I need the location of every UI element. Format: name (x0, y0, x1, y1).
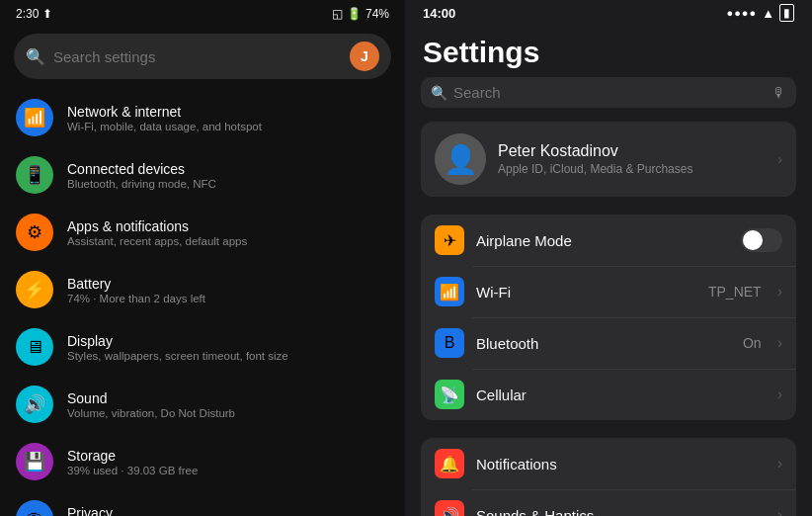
android-item-subtitle: Volume, vibration, Do Not Disturb (67, 407, 389, 419)
ios-profile-avatar: 👤 (435, 133, 486, 185)
ios-toggle[interactable] (741, 228, 782, 252)
ios-search-icon: 🔍 (431, 85, 447, 101)
android-item-title: Display (67, 333, 389, 349)
android-settings-list: 📶 Network & internet Wi-Fi, mobile, data… (0, 89, 405, 516)
android-item-title: Connected devices (67, 161, 389, 177)
ios-settings-row[interactable]: B Bluetooth On› (421, 317, 796, 369)
ios-chevron-icon: › (777, 455, 782, 473)
ios-wifi-icon: ▲ (762, 6, 774, 21)
android-upload-icon: ⬆ (42, 7, 52, 21)
android-item-icon: ⚙ (16, 214, 53, 251)
android-status-bar: 2:30 ⬆ ◱ 🔋 74% (0, 0, 405, 28)
android-settings-item[interactable]: 🖥 Display Styles, wallpapers, screen tim… (0, 318, 405, 376)
android-item-text: Battery 74% · More than 2 days left (67, 276, 389, 304)
android-item-text: Privacy Permissions, account activity, p… (67, 505, 389, 517)
android-settings-item[interactable]: ⚙ Apps & notifications Assistant, recent… (0, 204, 405, 261)
android-item-text: Connected devices Bluetooth, driving mod… (67, 161, 389, 190)
ios-search-input[interactable] (453, 84, 767, 101)
android-item-title: Storage (67, 448, 389, 464)
android-battery-icon: 🔋 (347, 7, 362, 21)
ios-group-notifications: 🔔 Notifications › 🔊 Sounds & Haptics › 🌙… (421, 438, 796, 516)
ios-battery-icon: ▮ (779, 4, 794, 22)
android-item-icon: 🖥 (16, 328, 53, 366)
android-screenshot-icon: ◱ (332, 7, 343, 21)
ios-row-icon: 🔊 (435, 500, 464, 516)
ios-profile-chevron: › (777, 151, 782, 167)
android-settings-item[interactable]: 📱 Connected devices Bluetooth, driving m… (0, 146, 405, 204)
ios-profile-row[interactable]: 👤 Peter Kostadinov Apple ID, iCloud, Med… (421, 122, 796, 197)
ios-settings-row[interactable]: ✈ Airplane Mode (421, 215, 796, 266)
ios-profile-name: Peter Kostadinov (498, 142, 692, 160)
ios-signal-icon: ●●●● (727, 7, 758, 19)
android-item-subtitle: 74% · More than 2 days left (67, 293, 389, 304)
ios-status-right: ●●●● ▲ ▮ (727, 4, 794, 22)
ios-row-icon: B (435, 328, 464, 358)
profile-avatar-icon: 👤 (444, 143, 478, 176)
ios-status-bar: 14:00 ●●●● ▲ ▮ (405, 0, 812, 26)
android-settings-item[interactable]: 📶 Network & internet Wi-Fi, mobile, data… (0, 89, 405, 146)
android-item-title: Battery (67, 276, 389, 292)
android-item-subtitle: Bluetooth, driving mode, NFC (67, 178, 389, 190)
android-item-text: Sound Volume, vibration, Do Not Disturb (67, 390, 389, 419)
ios-row-label: Bluetooth (476, 335, 731, 352)
android-settings-item[interactable]: 💾 Storage 39% used · 39.03 GB free (0, 433, 405, 490)
android-item-icon: 💾 (16, 443, 53, 480)
android-item-icon: 🔊 (16, 386, 53, 423)
ios-profile-subtitle: Apple ID, iCloud, Media & Purchases (498, 162, 692, 176)
ios-row-icon: 📡 (435, 380, 464, 409)
ios-search-bar-container[interactable]: 🔍 🎙 (421, 77, 796, 108)
android-battery-pct: 74% (365, 7, 389, 21)
ios-settings-panel: 14:00 ●●●● ▲ ▮ Settings 🔍 🎙 👤 Peter Kost… (405, 0, 812, 516)
ios-chevron-icon: › (777, 506, 782, 516)
ios-settings-row[interactable]: 📶 Wi-Fi TP_NET› (421, 266, 796, 317)
ios-chevron-icon: › (777, 386, 782, 403)
android-item-title: Apps & notifications (67, 218, 389, 234)
avatar-initial: J (361, 48, 368, 64)
ios-chevron-icon: › (777, 283, 782, 301)
ios-page-title: Settings (405, 26, 812, 77)
ios-settings-row[interactable]: 📡 Cellular › (421, 369, 796, 420)
android-item-subtitle: Styles, wallpapers, screen timeout, font… (67, 350, 389, 362)
ios-row-label: Cellular (476, 387, 766, 403)
android-status-right: ◱ 🔋 74% (332, 7, 389, 21)
search-icon: 🔍 (26, 47, 45, 66)
ios-row-label: Sounds & Haptics (476, 507, 766, 517)
android-item-text: Display Styles, wallpapers, screen timeo… (67, 333, 389, 362)
ios-row-icon: 🔔 (435, 449, 464, 478)
android-item-title: Sound (67, 390, 389, 406)
android-time: 2:30 (16, 7, 39, 21)
android-search-bar-container[interactable]: 🔍 J (14, 34, 391, 79)
ios-group-connectivity: ✈ Airplane Mode 📶 Wi-Fi TP_NET› B Blueto… (421, 215, 796, 420)
android-item-icon: 📱 (16, 156, 53, 194)
android-item-subtitle: Wi-Fi, mobile, data usage, and hotspot (67, 121, 389, 132)
ios-mic-icon: 🎙 (772, 85, 786, 101)
user-avatar[interactable]: J (350, 42, 379, 71)
android-settings-item[interactable]: 🔊 Sound Volume, vibration, Do Not Distur… (0, 376, 405, 433)
android-settings-panel: 2:30 ⬆ ◱ 🔋 74% 🔍 J 📶 Network & internet … (0, 0, 405, 516)
ios-row-label: Airplane Mode (476, 232, 729, 249)
ios-row-value: On (743, 335, 762, 351)
android-settings-item[interactable]: 👁 Privacy Permissions, account activity,… (0, 490, 405, 516)
ios-time: 14:00 (423, 6, 455, 21)
android-settings-item[interactable]: ⚡ Battery 74% · More than 2 days left (0, 261, 405, 318)
android-item-icon: 👁 (16, 500, 53, 516)
ios-row-label: Wi-Fi (476, 284, 696, 301)
android-search-input[interactable] (53, 48, 342, 65)
android-status-left: 2:30 ⬆ (16, 7, 52, 21)
android-item-subtitle: Assistant, recent apps, default apps (67, 235, 389, 247)
android-item-text: Storage 39% used · 39.03 GB free (67, 448, 389, 476)
ios-row-value: TP_NET (708, 284, 762, 300)
android-item-title: Network & internet (67, 104, 389, 120)
ios-chevron-icon: › (777, 334, 782, 352)
android-item-title: Privacy (67, 505, 389, 517)
android-item-icon: ⚡ (16, 271, 53, 308)
android-item-icon: 📶 (16, 99, 53, 136)
ios-row-label: Notifications (476, 456, 766, 473)
ios-main-content: Settings 🔍 🎙 👤 Peter Kostadinov Apple ID… (405, 26, 812, 516)
ios-profile-info: Peter Kostadinov Apple ID, iCloud, Media… (498, 142, 692, 176)
ios-settings-row[interactable]: 🔔 Notifications › (421, 438, 796, 489)
ios-settings-row[interactable]: 🔊 Sounds & Haptics › (421, 489, 796, 516)
android-item-text: Apps & notifications Assistant, recent a… (67, 218, 389, 247)
ios-row-icon: ✈ (435, 225, 464, 255)
android-item-subtitle: 39% used · 39.03 GB free (67, 465, 389, 476)
